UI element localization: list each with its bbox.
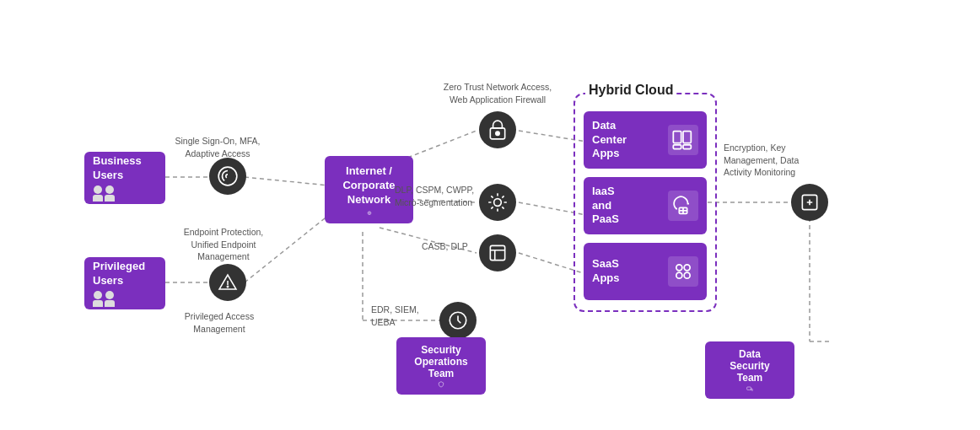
privileged-users-icon [93,291,115,307]
secops-label-1: Security [421,344,460,356]
endpoint-protection-annotation: Endpoint Protection, Unified Endpoint Ma… [169,226,278,263]
iaas-paas-box: IaaS and PaaS [584,177,707,234]
data-center-apps-box: Data Center Apps [584,111,707,169]
privileged-users-node: Privileged Users [84,257,165,309]
svg-point-36 [684,272,690,278]
svg-rect-28 [673,145,681,149]
casb-dlp-circle [479,234,516,271]
data-security-team-box: Data Security Team [705,341,794,399]
edr-siem-circle [439,302,477,339]
network-label-2: Corporate [342,179,395,193]
svg-point-33 [676,265,682,271]
business-users-icon [93,185,115,202]
business-users-label-line2: Users [93,169,123,183]
privileged-access-annotation: Privileged Access Management [169,310,270,335]
network-label-3: Network [347,193,390,207]
dlp-cspm-annotation: DLP, CSPM, CWPP, Micro-segmentation [395,184,479,208]
network-label-1: Internet / [346,164,392,179]
iaas-label-3: PaaS [592,212,619,227]
saas-apps-box: SaaS Apps [584,243,707,300]
saas-label-2: Apps [592,271,620,286]
saas-icon [668,256,698,287]
secops-label-3: Team [428,368,454,379]
svg-point-22 [496,132,499,135]
svg-rect-29 [683,145,691,149]
datacenter-label-2: Center [592,133,627,148]
secops-label-2: Operations [414,356,467,368]
data-security-circle [791,184,828,221]
dlp-cspm-circle [479,184,516,221]
hybrid-cloud-container: Hybrid Cloud Data Center Apps IaaS a [573,93,717,312]
hybrid-cloud-title: Hybrid Cloud [585,83,676,98]
svg-point-39 [751,389,752,390]
endpoint-circle-2 [209,264,246,301]
security-ops-box: Security Operations Team [396,337,486,395]
svg-point-34 [684,265,690,271]
privileged-users-label-line2: Users [93,274,123,288]
datasec-label-2: Security [730,360,769,372]
datasec-label-1: Data [739,348,761,360]
business-users-node: Business Users [84,152,165,204]
svg-line-1 [245,177,329,185]
datasec-label-3: Team [737,372,762,384]
datacenter-label-1: Data [592,119,627,133]
ztna-circle [479,111,516,148]
encryption-key-annotation: Encryption, Key Management, Data Activit… [724,142,825,179]
sso-mfa-annotation: Single Sign-On, MFA, Adaptive Access [167,135,268,159]
iaas-label-2: and [592,199,619,213]
svg-point-17 [227,286,228,287]
datacenter-label-3: Apps [592,147,627,161]
svg-rect-26 [673,132,681,143]
casb-dlp-annotation: CASB, DLP [422,240,481,253]
diagram-container: Business Users Privileged Users Single S… [0,0,980,430]
svg-rect-27 [683,132,691,143]
svg-point-23 [494,199,502,207]
svg-point-35 [676,272,682,278]
saas-label-1: SaaS [592,257,620,271]
ztna-annotation: Zero Trust Network Access, Web Applicati… [443,81,552,105]
iaas-label-1: IaaS [592,185,619,199]
svg-rect-38 [747,387,751,390]
datacenter-icon [668,125,698,155]
edr-siem-annotation: EDR, SIEM, UEBA [371,304,440,328]
iaas-icon [668,191,698,221]
endpoint-circle-1 [209,158,246,195]
business-users-label-line1: Business [93,154,142,169]
privileged-users-label-line1: Privileged [93,260,145,274]
svg-rect-24 [490,245,504,260]
